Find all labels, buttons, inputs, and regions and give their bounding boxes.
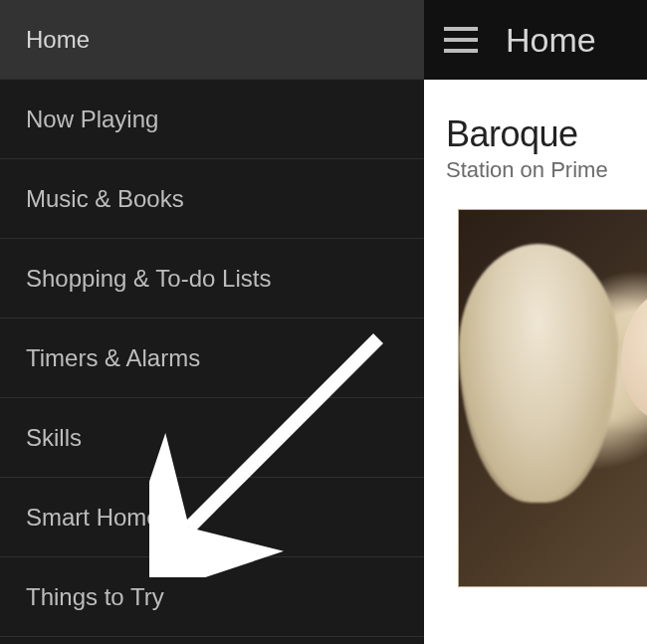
header-title: Home bbox=[506, 21, 596, 60]
content: Baroque Station on Prime bbox=[424, 80, 647, 644]
hamburger-icon[interactable] bbox=[444, 27, 478, 53]
sidebar-item-label: Home bbox=[26, 26, 90, 54]
sidebar-item-home[interactable]: Home bbox=[0, 0, 424, 80]
sidebar-item-label: Smart Home bbox=[26, 504, 160, 532]
sidebar-item-music-books[interactable]: Music & Books bbox=[0, 159, 424, 239]
sidebar-item-label: Timers & Alarms bbox=[26, 344, 200, 372]
sidebar-item-label: Shopping & To-do Lists bbox=[26, 265, 271, 293]
sidebar-item-label: Now Playing bbox=[26, 106, 158, 133]
sidebar-item-things-to-try[interactable]: Things to Try bbox=[0, 557, 424, 637]
sidebar-item-smart-home[interactable]: Smart Home bbox=[0, 478, 424, 557]
card-subtitle: Station on Prime bbox=[446, 157, 647, 183]
sidebar-item-label: Music & Books bbox=[26, 185, 184, 213]
sidebar-item-label: Things to Try bbox=[26, 583, 164, 611]
main-panel: Home Baroque Station on Prime bbox=[424, 0, 647, 644]
sidebar-item-shopping-todo[interactable]: Shopping & To-do Lists bbox=[0, 239, 424, 319]
header: Home bbox=[424, 0, 647, 80]
sidebar-item-skills[interactable]: Skills bbox=[0, 398, 424, 478]
sidebar-item-label: Skills bbox=[26, 424, 82, 452]
sidebar-item-now-playing[interactable]: Now Playing bbox=[0, 80, 424, 159]
album-art bbox=[458, 209, 647, 587]
sidebar-menu: Home Now Playing Music & Books Shopping … bbox=[0, 0, 424, 644]
sidebar-item-timers-alarms[interactable]: Timers & Alarms bbox=[0, 319, 424, 398]
card-title: Baroque bbox=[446, 113, 647, 155]
